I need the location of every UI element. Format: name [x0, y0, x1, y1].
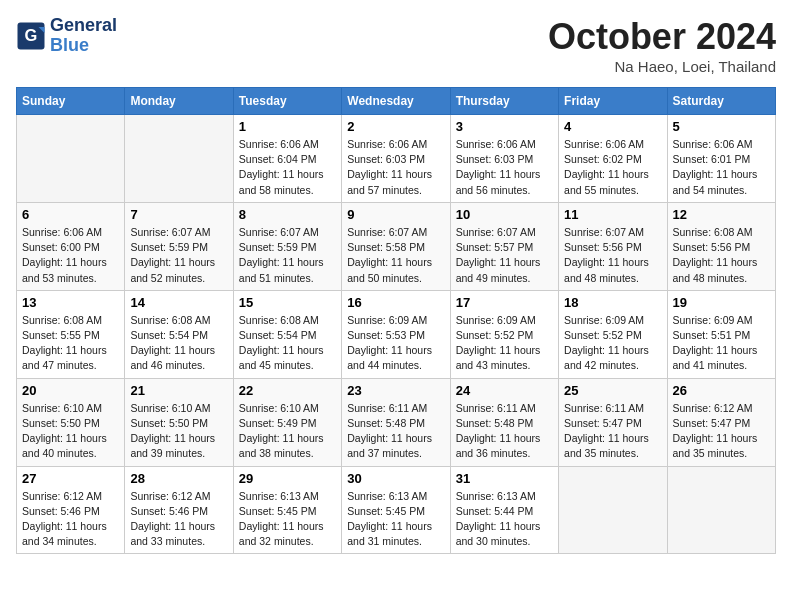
calendar-cell: 16 Sunrise: 6:09 AM Sunset: 5:53 PM Dayl…: [342, 290, 450, 378]
day-number: 20: [22, 383, 119, 398]
calendar-cell: 18 Sunrise: 6:09 AM Sunset: 5:52 PM Dayl…: [559, 290, 667, 378]
day-info: Sunrise: 6:06 AM Sunset: 6:00 PM Dayligh…: [22, 225, 119, 286]
weekday-header-wednesday: Wednesday: [342, 88, 450, 115]
day-number: 24: [456, 383, 553, 398]
calendar-cell: 13 Sunrise: 6:08 AM Sunset: 5:55 PM Dayl…: [17, 290, 125, 378]
calendar-cell: 22 Sunrise: 6:10 AM Sunset: 5:49 PM Dayl…: [233, 378, 341, 466]
day-info: Sunrise: 6:06 AM Sunset: 6:03 PM Dayligh…: [456, 137, 553, 198]
day-info: Sunrise: 6:10 AM Sunset: 5:50 PM Dayligh…: [22, 401, 119, 462]
day-number: 19: [673, 295, 770, 310]
day-info: Sunrise: 6:06 AM Sunset: 6:01 PM Dayligh…: [673, 137, 770, 198]
svg-text:G: G: [25, 25, 38, 43]
calendar-cell: 14 Sunrise: 6:08 AM Sunset: 5:54 PM Dayl…: [125, 290, 233, 378]
logo: G General Blue: [16, 16, 117, 56]
day-number: 25: [564, 383, 661, 398]
calendar-cell: 21 Sunrise: 6:10 AM Sunset: 5:50 PM Dayl…: [125, 378, 233, 466]
calendar-cell: 17 Sunrise: 6:09 AM Sunset: 5:52 PM Dayl…: [450, 290, 558, 378]
week-row-5: 27 Sunrise: 6:12 AM Sunset: 5:46 PM Dayl…: [17, 466, 776, 554]
day-number: 9: [347, 207, 444, 222]
day-info: Sunrise: 6:12 AM Sunset: 5:46 PM Dayligh…: [22, 489, 119, 550]
day-info: Sunrise: 6:09 AM Sunset: 5:52 PM Dayligh…: [456, 313, 553, 374]
day-info: Sunrise: 6:09 AM Sunset: 5:52 PM Dayligh…: [564, 313, 661, 374]
day-number: 27: [22, 471, 119, 486]
day-number: 7: [130, 207, 227, 222]
day-number: 16: [347, 295, 444, 310]
logo-icon: G: [16, 21, 46, 51]
day-number: 31: [456, 471, 553, 486]
day-number: 17: [456, 295, 553, 310]
calendar-cell: 29 Sunrise: 6:13 AM Sunset: 5:45 PM Dayl…: [233, 466, 341, 554]
weekday-header-friday: Friday: [559, 88, 667, 115]
calendar-cell: 9 Sunrise: 6:07 AM Sunset: 5:58 PM Dayli…: [342, 202, 450, 290]
day-number: 5: [673, 119, 770, 134]
calendar-cell: 26 Sunrise: 6:12 AM Sunset: 5:47 PM Dayl…: [667, 378, 775, 466]
day-info: Sunrise: 6:13 AM Sunset: 5:44 PM Dayligh…: [456, 489, 553, 550]
calendar-cell: 7 Sunrise: 6:07 AM Sunset: 5:59 PM Dayli…: [125, 202, 233, 290]
calendar-cell: 31 Sunrise: 6:13 AM Sunset: 5:44 PM Dayl…: [450, 466, 558, 554]
day-info: Sunrise: 6:07 AM Sunset: 5:58 PM Dayligh…: [347, 225, 444, 286]
day-info: Sunrise: 6:07 AM Sunset: 5:57 PM Dayligh…: [456, 225, 553, 286]
calendar-cell: 27 Sunrise: 6:12 AM Sunset: 5:46 PM Dayl…: [17, 466, 125, 554]
calendar-cell: 19 Sunrise: 6:09 AM Sunset: 5:51 PM Dayl…: [667, 290, 775, 378]
day-info: Sunrise: 6:06 AM Sunset: 6:03 PM Dayligh…: [347, 137, 444, 198]
calendar-cell: 5 Sunrise: 6:06 AM Sunset: 6:01 PM Dayli…: [667, 115, 775, 203]
calendar-cell: 15 Sunrise: 6:08 AM Sunset: 5:54 PM Dayl…: [233, 290, 341, 378]
weekday-header-thursday: Thursday: [450, 88, 558, 115]
weekday-header-saturday: Saturday: [667, 88, 775, 115]
day-number: 12: [673, 207, 770, 222]
day-info: Sunrise: 6:11 AM Sunset: 5:47 PM Dayligh…: [564, 401, 661, 462]
day-number: 14: [130, 295, 227, 310]
day-number: 4: [564, 119, 661, 134]
week-row-4: 20 Sunrise: 6:10 AM Sunset: 5:50 PM Dayl…: [17, 378, 776, 466]
day-info: Sunrise: 6:09 AM Sunset: 5:51 PM Dayligh…: [673, 313, 770, 374]
calendar-cell: 2 Sunrise: 6:06 AM Sunset: 6:03 PM Dayli…: [342, 115, 450, 203]
week-row-1: 1 Sunrise: 6:06 AM Sunset: 6:04 PM Dayli…: [17, 115, 776, 203]
day-info: Sunrise: 6:10 AM Sunset: 5:50 PM Dayligh…: [130, 401, 227, 462]
day-info: Sunrise: 6:11 AM Sunset: 5:48 PM Dayligh…: [347, 401, 444, 462]
title-block: October 2024 Na Haeo, Loei, Thailand: [548, 16, 776, 75]
day-info: Sunrise: 6:13 AM Sunset: 5:45 PM Dayligh…: [347, 489, 444, 550]
day-info: Sunrise: 6:09 AM Sunset: 5:53 PM Dayligh…: [347, 313, 444, 374]
day-number: 2: [347, 119, 444, 134]
weekday-header-monday: Monday: [125, 88, 233, 115]
logo-text: General Blue: [50, 16, 117, 56]
day-info: Sunrise: 6:07 AM Sunset: 5:56 PM Dayligh…: [564, 225, 661, 286]
day-info: Sunrise: 6:10 AM Sunset: 5:49 PM Dayligh…: [239, 401, 336, 462]
calendar-cell: 11 Sunrise: 6:07 AM Sunset: 5:56 PM Dayl…: [559, 202, 667, 290]
day-info: Sunrise: 6:12 AM Sunset: 5:47 PM Dayligh…: [673, 401, 770, 462]
calendar-cell: 6 Sunrise: 6:06 AM Sunset: 6:00 PM Dayli…: [17, 202, 125, 290]
calendar-cell: 8 Sunrise: 6:07 AM Sunset: 5:59 PM Dayli…: [233, 202, 341, 290]
calendar-cell: [559, 466, 667, 554]
calendar-cell: 28 Sunrise: 6:12 AM Sunset: 5:46 PM Dayl…: [125, 466, 233, 554]
day-info: Sunrise: 6:08 AM Sunset: 5:56 PM Dayligh…: [673, 225, 770, 286]
day-info: Sunrise: 6:08 AM Sunset: 5:54 PM Dayligh…: [239, 313, 336, 374]
day-number: 3: [456, 119, 553, 134]
day-number: 23: [347, 383, 444, 398]
day-info: Sunrise: 6:06 AM Sunset: 6:02 PM Dayligh…: [564, 137, 661, 198]
month-title: October 2024: [548, 16, 776, 58]
weekday-header-row: SundayMondayTuesdayWednesdayThursdayFrid…: [17, 88, 776, 115]
calendar-table: SundayMondayTuesdayWednesdayThursdayFrid…: [16, 87, 776, 554]
weekday-header-sunday: Sunday: [17, 88, 125, 115]
calendar-cell: 25 Sunrise: 6:11 AM Sunset: 5:47 PM Dayl…: [559, 378, 667, 466]
day-number: 10: [456, 207, 553, 222]
calendar-cell: 4 Sunrise: 6:06 AM Sunset: 6:02 PM Dayli…: [559, 115, 667, 203]
calendar-cell: 20 Sunrise: 6:10 AM Sunset: 5:50 PM Dayl…: [17, 378, 125, 466]
calendar-cell: 10 Sunrise: 6:07 AM Sunset: 5:57 PM Dayl…: [450, 202, 558, 290]
week-row-3: 13 Sunrise: 6:08 AM Sunset: 5:55 PM Dayl…: [17, 290, 776, 378]
day-number: 30: [347, 471, 444, 486]
weekday-header-tuesday: Tuesday: [233, 88, 341, 115]
location: Na Haeo, Loei, Thailand: [548, 58, 776, 75]
day-number: 26: [673, 383, 770, 398]
day-info: Sunrise: 6:06 AM Sunset: 6:04 PM Dayligh…: [239, 137, 336, 198]
day-number: 22: [239, 383, 336, 398]
day-number: 11: [564, 207, 661, 222]
day-number: 21: [130, 383, 227, 398]
day-number: 15: [239, 295, 336, 310]
day-number: 13: [22, 295, 119, 310]
day-info: Sunrise: 6:12 AM Sunset: 5:46 PM Dayligh…: [130, 489, 227, 550]
day-info: Sunrise: 6:07 AM Sunset: 5:59 PM Dayligh…: [239, 225, 336, 286]
day-number: 8: [239, 207, 336, 222]
day-number: 29: [239, 471, 336, 486]
calendar-cell: 12 Sunrise: 6:08 AM Sunset: 5:56 PM Dayl…: [667, 202, 775, 290]
